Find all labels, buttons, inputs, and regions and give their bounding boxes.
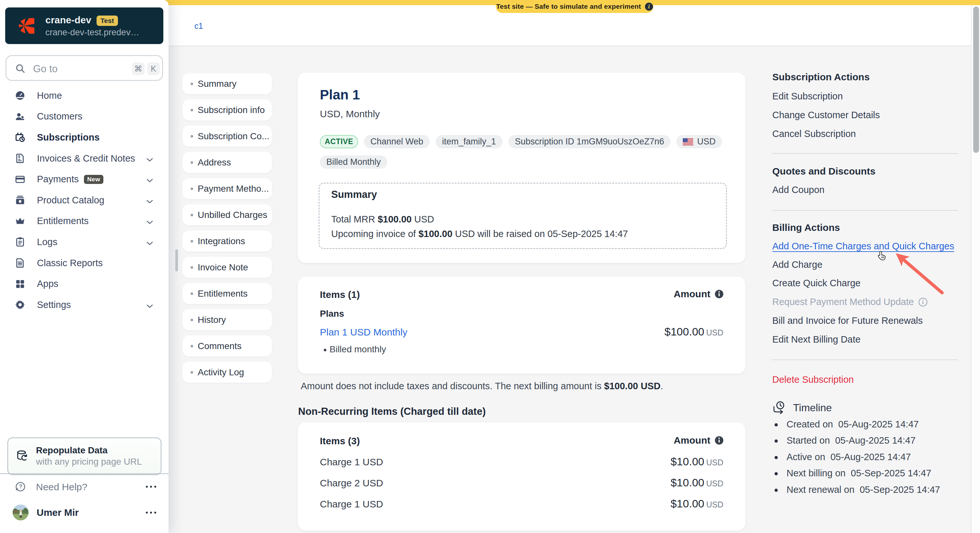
plan-summary-heading: Summary [331, 189, 377, 200]
section-nav-comments[interactable]: Comments [183, 335, 272, 357]
plans-group-header: Plans [320, 309, 344, 319]
info-icon[interactable] [715, 436, 723, 444]
item-family-badge: item_family_1 [436, 135, 503, 148]
help-headset-icon: ? [15, 481, 26, 495]
divider [772, 153, 958, 154]
sidebar-item-entitlements[interactable]: Entitlements [0, 211, 169, 232]
search-icon [16, 64, 25, 73]
site-switcher[interactable]: crane-dev Test crane-dev-test.predev… [5, 8, 163, 44]
product-catalog-icon [15, 195, 25, 205]
info-icon[interactable] [645, 3, 653, 11]
bullet-icon [191, 345, 193, 347]
test-site-banner-text: Test site — Safe to simulate and experim… [496, 3, 641, 10]
currency-badge: USD [676, 135, 722, 148]
dashboard-icon [15, 90, 25, 101]
new-badge: New [84, 175, 103, 184]
sidebar-item-subscriptions[interactable]: Subscriptions [0, 127, 169, 148]
bullet-icon [191, 214, 193, 216]
sidebar: crane-dev Test crane-dev-test.predev… Go… [0, 0, 169, 533]
timeline-heading: Timeline [772, 401, 832, 415]
breadcrumb[interactable]: c1 [194, 21, 203, 31]
repopulate-icon [16, 450, 28, 464]
reports-icon [15, 258, 25, 268]
search-placeholder: Go to [33, 63, 58, 75]
timeline-event: Created on 05-Aug-2025 14:47 [786, 419, 919, 430]
section-nav-integrations[interactable]: Integrations [183, 230, 272, 252]
items-header: Items (3) [320, 436, 360, 447]
customers-icon [15, 111, 25, 122]
quotes-discounts-heading: Quotes and Discounts [772, 166, 875, 177]
help-more-menu[interactable] [146, 486, 156, 488]
section-nav-activity-log[interactable]: Activity Log [183, 362, 272, 383]
sidebar-item-logs[interactable]: Logs [0, 232, 169, 252]
plan-item-link[interactable]: Plan 1 USD Monthly [320, 327, 407, 338]
delete-subscription-link[interactable]: Delete Subscription [772, 374, 854, 385]
bill-invoice-future-renewals-link[interactable]: Bill and Invoice for Future Renewals [772, 316, 923, 326]
charge-amount: $10.00USD [670, 497, 723, 510]
search-input[interactable]: Go to ⌘ K [5, 55, 163, 81]
info-icon[interactable] [715, 290, 723, 298]
user-menu[interactable]: Umer Mir [0, 503, 169, 523]
cancel-subscription-link[interactable]: Cancel Subscription [772, 128, 856, 139]
section-nav-subscription-info[interactable]: Subscription info [183, 99, 272, 121]
plan-title: Plan 1 [320, 87, 360, 103]
add-charge-link[interactable]: Add Charge [772, 259, 822, 270]
section-nav-history[interactable]: History [183, 309, 272, 330]
plan-item-amount: $100.00USD [664, 325, 723, 338]
invoice-icon: $ [15, 153, 25, 163]
k-key: K [147, 62, 160, 75]
sidebar-item-invoices[interactable]: $ Invoices & Credit Notes [0, 148, 169, 169]
chevron-down-icon [146, 194, 153, 206]
bullet-icon [191, 187, 193, 190]
page-scrollbar[interactable] [973, 6, 979, 153]
plan-summary-box: Summary Total MRR $100.00 USD Upcoming i… [318, 182, 727, 249]
section-nav-invoice-note[interactable]: Invoice Note [183, 257, 272, 278]
billing-actions-heading: Billing Actions [772, 222, 840, 233]
logs-icon [15, 237, 25, 247]
plan-summary-mrr: Total MRR $100.00 USD [331, 214, 434, 225]
section-nav-payment-method[interactable]: Payment Metho... [183, 178, 272, 199]
bullet-icon [191, 82, 193, 85]
sidebar-item-settings[interactable]: Settings [0, 294, 169, 316]
sidebar-item-home[interactable]: Home [0, 85, 169, 106]
site-domain: crane-dev-test.predev… [45, 27, 139, 38]
section-nav-scrollbar[interactable] [175, 249, 178, 271]
section-nav-address[interactable]: Address [183, 152, 272, 173]
user-more-menu[interactable] [146, 512, 156, 514]
sidebar-item-payments[interactable]: Payments New [0, 169, 169, 190]
add-coupon-link[interactable]: Add Coupon [772, 185, 824, 195]
need-help[interactable]: ? Need Help? [0, 479, 169, 496]
edit-next-billing-date-link[interactable]: Edit Next Billing Date [772, 334, 861, 345]
bullet-icon [191, 319, 193, 321]
billing-frequency-badge: Billed Monthly [320, 155, 387, 169]
sidebar-item-apps[interactable]: Apps [0, 273, 169, 294]
sidebar-item-customers[interactable]: Customers [0, 106, 169, 127]
apps-icon [15, 279, 25, 289]
bullet-icon [191, 161, 193, 164]
cmd-key: ⌘ [132, 62, 145, 75]
section-nav-unbilled-charges[interactable]: Unbilled Charges [183, 204, 272, 225]
sidebar-item-classic-reports[interactable]: Classic Reports [0, 252, 169, 274]
site-name: crane-dev [45, 14, 91, 25]
sidebar-nav: Home Customers Subscriptions $ Invoices … [0, 85, 169, 316]
sidebar-item-product-catalog[interactable]: Product Catalog [0, 190, 169, 211]
divider [772, 210, 958, 211]
section-nav-subscription-co[interactable]: Subscription Co... [183, 125, 272, 147]
change-customer-details-link[interactable]: Change Customer Details [772, 110, 880, 121]
plan-badges: ACTIVE Channel Web item_family_1 Subscri… [320, 135, 728, 169]
non-recurring-card: Items (3) Amount Charge 1 USD $10.00USD … [298, 422, 745, 531]
channel-badge: Channel Web [364, 135, 430, 148]
bullet-icon [191, 371, 193, 374]
section-nav-summary[interactable]: Summary [183, 73, 272, 94]
section-nav-entitlements[interactable]: Entitlements [183, 283, 272, 304]
non-recurring-heading: Non-Recurring Items (Charged till date) [298, 406, 486, 417]
settings-icon [15, 300, 25, 310]
repopulate-data-card[interactable]: Repopulate Data with any pricing page UR… [8, 438, 161, 475]
edit-subscription-link[interactable]: Edit Subscription [772, 91, 843, 102]
amount-note: Amount does not include taxes and discou… [301, 381, 663, 392]
timeline-event: Next renewal on 05-Sep-2025 14:47 [786, 484, 940, 495]
timeline-event: Next billing on 05-Sep-2025 14:47 [786, 468, 931, 479]
create-quick-charge-link[interactable]: Create Quick Charge [772, 278, 861, 289]
entitlements-icon [15, 216, 25, 226]
svg-text:$: $ [18, 154, 21, 159]
